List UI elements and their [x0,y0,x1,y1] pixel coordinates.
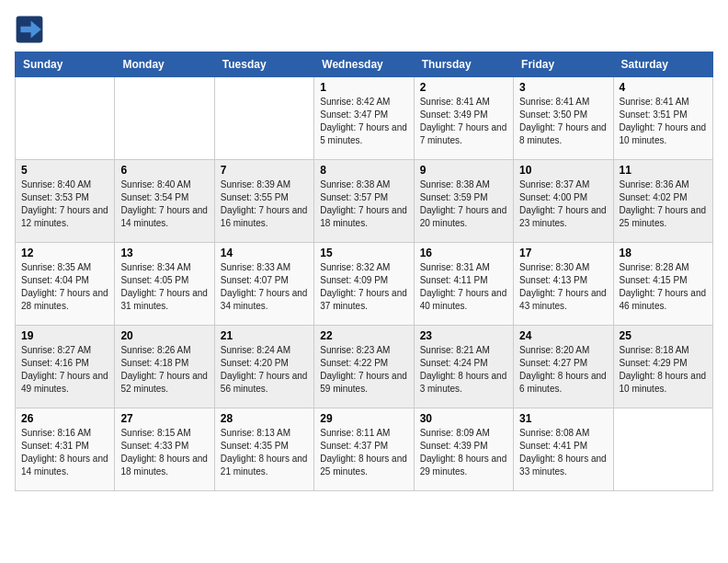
calendar-table: SundayMondayTuesdayWednesdayThursdayFrid… [15,52,713,491]
day-detail: Sunrise: 8:27 AMSunset: 4:16 PMDaylight:… [21,344,108,396]
day-cell: 22Sunrise: 8:23 AMSunset: 4:22 PMDayligh… [314,326,414,408]
day-detail: Sunrise: 8:37 AMSunset: 4:00 PMDaylight:… [519,178,607,230]
week-row: 12Sunrise: 8:35 AMSunset: 4:04 PMDayligh… [16,243,713,326]
day-detail: Sunrise: 8:36 AMSunset: 4:02 PMDaylight:… [620,178,707,230]
day-cell: 18Sunrise: 8:28 AMSunset: 4:15 PMDayligh… [613,243,712,326]
day-cell: 23Sunrise: 8:21 AMSunset: 4:24 PMDayligh… [414,326,513,408]
day-cell: 30Sunrise: 8:09 AMSunset: 4:39 PMDayligh… [414,408,513,491]
day-cell: 29Sunrise: 8:11 AMSunset: 4:37 PMDayligh… [314,408,414,491]
day-detail: Sunrise: 8:40 AMSunset: 3:54 PMDaylight:… [120,178,208,230]
day-cell: 25Sunrise: 8:18 AMSunset: 4:29 PMDayligh… [613,326,712,408]
day-cell: 11Sunrise: 8:36 AMSunset: 4:02 PMDayligh… [613,160,712,243]
day-number: 10 [519,164,607,177]
day-cell: 31Sunrise: 8:08 AMSunset: 4:41 PMDayligh… [514,408,613,491]
day-cell: 27Sunrise: 8:15 AMSunset: 4:33 PMDayligh… [115,408,214,491]
day-cell: 16Sunrise: 8:31 AMSunset: 4:11 PMDayligh… [414,243,513,326]
day-cell: 2Sunrise: 8:41 AMSunset: 3:49 PMDaylight… [414,77,513,160]
day-detail: Sunrise: 8:35 AMSunset: 4:04 PMDaylight:… [21,261,108,313]
day-detail: Sunrise: 8:34 AMSunset: 4:05 PMDaylight:… [120,261,208,313]
day-cell: 4Sunrise: 8:41 AMSunset: 3:51 PMDaylight… [613,77,712,160]
week-row: 5Sunrise: 8:40 AMSunset: 3:53 PMDaylight… [16,160,713,243]
day-detail: Sunrise: 8:16 AMSunset: 4:31 PMDaylight:… [21,427,108,478]
day-number: 14 [221,247,308,259]
day-number: 16 [420,247,507,259]
day-number: 3 [519,81,607,94]
day-number: 6 [120,164,208,177]
day-number: 28 [221,412,308,425]
day-cell: 14Sunrise: 8:33 AMSunset: 4:07 PMDayligh… [214,243,313,326]
day-detail: Sunrise: 8:31 AMSunset: 4:11 PMDaylight:… [420,261,507,313]
day-number: 24 [519,329,607,342]
day-number: 21 [221,329,308,342]
header-row: SundayMondayTuesdayWednesdayThursdayFrid… [16,52,713,77]
day-number: 5 [21,164,108,177]
day-number: 25 [620,329,707,342]
day-cell [613,408,712,491]
header [15,15,713,44]
logo-icon [15,15,44,44]
day-detail: Sunrise: 8:26 AMSunset: 4:18 PMDaylight:… [120,344,208,396]
day-cell: 20Sunrise: 8:26 AMSunset: 4:18 PMDayligh… [115,326,214,408]
col-header-friday: Friday [514,52,613,77]
day-number: 9 [420,164,507,177]
week-row: 19Sunrise: 8:27 AMSunset: 4:16 PMDayligh… [16,326,713,408]
day-detail: Sunrise: 8:15 AMSunset: 4:33 PMDaylight:… [120,427,208,478]
day-cell: 6Sunrise: 8:40 AMSunset: 3:54 PMDaylight… [115,160,214,243]
day-number: 26 [21,412,108,425]
day-number: 19 [21,329,108,342]
day-number: 7 [221,164,308,177]
day-detail: Sunrise: 8:11 AMSunset: 4:37 PMDaylight:… [320,427,407,478]
day-cell: 8Sunrise: 8:38 AMSunset: 3:57 PMDaylight… [314,160,414,243]
day-cell: 15Sunrise: 8:32 AMSunset: 4:09 PMDayligh… [314,243,414,326]
day-cell: 9Sunrise: 8:38 AMSunset: 3:59 PMDaylight… [414,160,513,243]
day-cell: 28Sunrise: 8:13 AMSunset: 4:35 PMDayligh… [214,408,313,491]
day-detail: Sunrise: 8:32 AMSunset: 4:09 PMDaylight:… [320,261,407,313]
day-number: 17 [519,247,607,259]
day-number: 31 [519,412,607,425]
day-number: 13 [120,247,208,259]
day-cell [16,77,115,160]
day-detail: Sunrise: 8:18 AMSunset: 4:29 PMDaylight:… [620,344,707,396]
day-cell: 19Sunrise: 8:27 AMSunset: 4:16 PMDayligh… [16,326,115,408]
day-number: 4 [620,81,707,94]
day-detail: Sunrise: 8:30 AMSunset: 4:13 PMDaylight:… [519,261,607,313]
day-detail: Sunrise: 8:40 AMSunset: 3:53 PMDaylight:… [21,178,108,230]
day-cell: 7Sunrise: 8:39 AMSunset: 3:55 PMDaylight… [214,160,313,243]
day-detail: Sunrise: 8:28 AMSunset: 4:15 PMDaylight:… [620,261,707,313]
day-detail: Sunrise: 8:41 AMSunset: 3:50 PMDaylight:… [519,96,607,147]
day-detail: Sunrise: 8:38 AMSunset: 3:59 PMDaylight:… [420,178,507,230]
day-detail: Sunrise: 8:42 AMSunset: 3:47 PMDaylight:… [320,96,407,147]
day-number: 30 [420,412,507,425]
day-number: 20 [120,329,208,342]
col-header-thursday: Thursday [414,52,513,77]
day-detail: Sunrise: 8:33 AMSunset: 4:07 PMDaylight:… [221,261,308,313]
day-number: 12 [21,247,108,259]
day-detail: Sunrise: 8:09 AMSunset: 4:39 PMDaylight:… [420,427,507,478]
day-cell: 13Sunrise: 8:34 AMSunset: 4:05 PMDayligh… [115,243,214,326]
day-number: 29 [320,412,407,425]
day-cell: 1Sunrise: 8:42 AMSunset: 3:47 PMDaylight… [314,77,414,160]
logo [15,15,48,44]
week-row: 1Sunrise: 8:42 AMSunset: 3:47 PMDaylight… [16,77,713,160]
day-number: 15 [320,247,407,259]
day-cell [214,77,313,160]
day-detail: Sunrise: 8:39 AMSunset: 3:55 PMDaylight:… [221,178,308,230]
day-detail: Sunrise: 8:41 AMSunset: 3:49 PMDaylight:… [420,96,507,147]
col-header-wednesday: Wednesday [314,52,414,77]
day-number: 23 [420,329,507,342]
day-number: 18 [620,247,707,259]
day-number: 1 [320,81,407,94]
day-detail: Sunrise: 8:13 AMSunset: 4:35 PMDaylight:… [221,427,308,478]
day-cell: 5Sunrise: 8:40 AMSunset: 3:53 PMDaylight… [16,160,115,243]
day-detail: Sunrise: 8:23 AMSunset: 4:22 PMDaylight:… [320,344,407,396]
day-detail: Sunrise: 8:24 AMSunset: 4:20 PMDaylight:… [221,344,308,396]
day-detail: Sunrise: 8:38 AMSunset: 3:57 PMDaylight:… [320,178,407,230]
col-header-saturday: Saturday [613,52,712,77]
day-number: 27 [120,412,208,425]
day-cell: 10Sunrise: 8:37 AMSunset: 4:00 PMDayligh… [514,160,613,243]
day-cell: 12Sunrise: 8:35 AMSunset: 4:04 PMDayligh… [16,243,115,326]
day-cell: 26Sunrise: 8:16 AMSunset: 4:31 PMDayligh… [16,408,115,491]
week-row: 26Sunrise: 8:16 AMSunset: 4:31 PMDayligh… [16,408,713,491]
day-detail: Sunrise: 8:41 AMSunset: 3:51 PMDaylight:… [620,96,707,147]
day-cell: 17Sunrise: 8:30 AMSunset: 4:13 PMDayligh… [514,243,613,326]
